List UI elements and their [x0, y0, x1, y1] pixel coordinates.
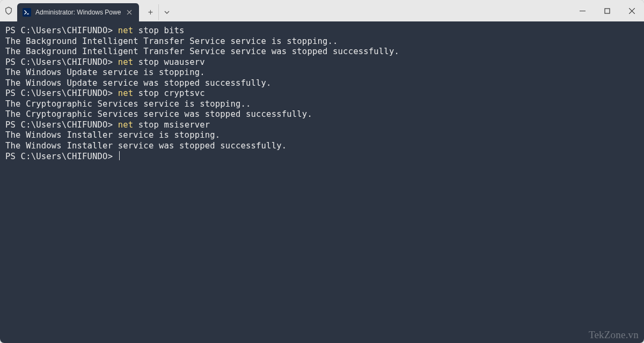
tab-close-button[interactable]: [125, 8, 134, 17]
terminal-line: The Windows Installer service was stoppe…: [5, 141, 639, 152]
terminal-line: PS C:\Users\CHIFUNDO> net stop bits: [5, 26, 639, 36]
tab-title: Administrator: Windows Powe: [35, 9, 121, 16]
powershell-icon: [23, 8, 31, 17]
new-tab-button[interactable]: +: [142, 4, 158, 20]
terminal-line: PS C:\Users\CHIFUNDO> net stop cryptsvc: [5, 88, 639, 99]
titlebar: Administrator: Windows Powe +: [0, 0, 644, 21]
terminal-line: The Windows Update service is stopping.: [5, 68, 639, 78]
minimize-button[interactable]: [570, 0, 595, 21]
terminal-line: The Background Intelligent Transfer Serv…: [5, 36, 639, 47]
cursor-caret: [119, 151, 120, 160]
terminal-line: PS C:\Users\CHIFUNDO>: [5, 151, 639, 162]
terminal-line: The Cryptographic Services service is st…: [5, 99, 639, 110]
svg-rect-0: [605, 9, 610, 13]
close-button[interactable]: [619, 0, 644, 21]
terminal-line: The Windows Installer service is stoppin…: [5, 130, 639, 141]
watermark: TekZone.vn: [589, 330, 639, 340]
terminal-line: The Background Intelligent Transfer Serv…: [5, 47, 639, 57]
tab-dropdown-button[interactable]: [158, 4, 174, 20]
terminal-window: Administrator: Windows Powe +: [0, 0, 644, 343]
maximize-button[interactable]: [595, 0, 619, 21]
terminal-line: PS C:\Users\CHIFUNDO> net stop msiserver: [5, 120, 639, 131]
terminal-tab[interactable]: Administrator: Windows Powe: [17, 3, 139, 21]
window-controls: [570, 0, 644, 21]
terminal-line: The Cryptographic Services service was s…: [5, 109, 639, 120]
terminal-output[interactable]: PS C:\Users\CHIFUNDO> net stop bitsThe B…: [0, 21, 644, 343]
terminal-line: The Windows Update service was stopped s…: [5, 78, 639, 89]
admin-shield-icon: [0, 0, 17, 21]
terminal-line: PS C:\Users\CHIFUNDO> net stop wuauserv: [5, 57, 639, 68]
